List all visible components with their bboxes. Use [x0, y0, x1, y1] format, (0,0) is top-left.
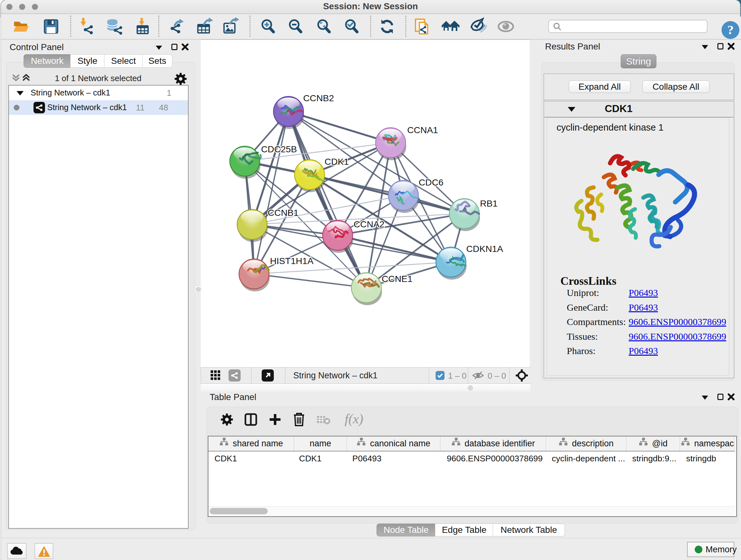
svg-text:CCNA1: CCNA1: [407, 125, 438, 135]
svg-text:CDK1: CDK1: [325, 157, 349, 167]
svg-text:RB1: RB1: [480, 198, 497, 208]
svg-text:CCNE1: CCNE1: [382, 273, 413, 284]
svg-text:CCNB2: CCNB2: [303, 93, 334, 103]
svg-text:CCNB1: CCNB1: [268, 207, 299, 218]
svg-text:CDC6: CDC6: [419, 177, 444, 187]
svg-text:CDKN1A: CDKN1A: [466, 244, 503, 254]
svg-text:CDC25B: CDC25B: [261, 144, 297, 154]
svg-text:CCNA2: CCNA2: [354, 219, 385, 229]
svg-text:HIST1H1A: HIST1H1A: [270, 256, 313, 266]
